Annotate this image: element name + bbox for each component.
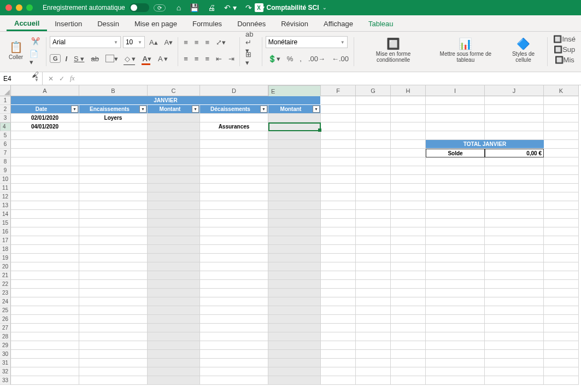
table-header[interactable]: Décaissements▼ <box>200 105 268 114</box>
cell[interactable] <box>79 219 148 227</box>
cell[interactable] <box>321 149 356 157</box>
cell[interactable] <box>11 324 79 332</box>
cell[interactable] <box>391 157 426 166</box>
row-header[interactable]: 4 <box>0 122 11 131</box>
decrease-font-icon[interactable]: A▾ <box>162 37 175 48</box>
cell[interactable] <box>485 280 544 289</box>
col-header-H[interactable]: H <box>391 85 426 96</box>
accept-formula-icon[interactable]: ✓ <box>59 75 64 83</box>
cell[interactable] <box>200 376 268 385</box>
cell[interactable] <box>485 367 544 376</box>
cell[interactable] <box>321 192 356 201</box>
cell[interactable] <box>356 254 391 262</box>
cell[interactable] <box>356 131 391 140</box>
cell[interactable] <box>356 332 391 341</box>
col-header-F[interactable]: F <box>321 85 356 96</box>
row-header[interactable]: 15 <box>0 219 11 227</box>
font-name-select[interactable]: Arial▼ <box>50 36 121 48</box>
cell[interactable] <box>356 122 391 131</box>
cell[interactable] <box>321 219 356 227</box>
cell[interactable] <box>11 367 79 376</box>
cell[interactable] <box>426 289 485 297</box>
cell-styles-button[interactable]: 🔷Styles de cellule <box>502 34 545 67</box>
col-header-J[interactable]: J <box>485 85 544 96</box>
cell[interactable] <box>391 166 426 175</box>
cell[interactable] <box>79 297 148 306</box>
row-header[interactable]: 32 <box>0 367 11 376</box>
row-header[interactable]: 11 <box>0 184 11 192</box>
cell[interactable] <box>426 192 485 201</box>
row-header[interactable]: 17 <box>0 236 11 245</box>
cell[interactable] <box>200 271 268 280</box>
cell[interactable] <box>426 175 485 184</box>
col-header-E[interactable]: E <box>268 85 321 97</box>
row-header[interactable]: 22 <box>0 280 11 289</box>
cell[interactable]: 04/01/2020 <box>11 122 79 131</box>
cell[interactable] <box>544 245 579 254</box>
cell[interactable] <box>391 271 426 280</box>
cell[interactable] <box>200 114 268 122</box>
cell[interactable] <box>321 359 356 367</box>
conditional-formatting-button[interactable]: 🔲Mise en forme conditionnelle <box>357 34 429 67</box>
cell[interactable] <box>268 350 321 359</box>
cell[interactable] <box>544 271 579 280</box>
cell[interactable] <box>148 131 200 140</box>
cell[interactable] <box>200 227 268 236</box>
total-label[interactable]: Solde <box>426 149 485 157</box>
cell[interactable] <box>11 149 79 157</box>
cell[interactable] <box>356 289 391 297</box>
cell[interactable] <box>356 359 391 367</box>
cell[interactable] <box>485 254 544 262</box>
cell[interactable] <box>268 254 321 262</box>
accounting-format-icon[interactable]: 💲▾ <box>266 54 283 64</box>
cell[interactable] <box>485 262 544 271</box>
tab-revision[interactable]: Révision <box>273 16 316 31</box>
cell[interactable] <box>426 280 485 289</box>
cell[interactable] <box>391 289 426 297</box>
cell[interactable] <box>79 254 148 262</box>
font-dialog-icon[interactable]: A ▾ <box>156 54 171 64</box>
table-header[interactable]: Date▼ <box>11 105 79 114</box>
cell[interactable] <box>321 376 356 385</box>
row-header[interactable]: 20 <box>0 262 11 271</box>
filter-icon[interactable]: ▼ <box>139 106 146 113</box>
select-all-corner[interactable] <box>0 85 11 96</box>
cell[interactable] <box>485 297 544 306</box>
cell[interactable] <box>148 289 200 297</box>
cell[interactable] <box>268 280 321 289</box>
cell[interactable] <box>426 306 485 315</box>
increase-decimal-icon[interactable]: .00→ <box>306 54 327 64</box>
cell[interactable] <box>544 262 579 271</box>
cell[interactable] <box>268 201 321 210</box>
cell[interactable] <box>426 367 485 376</box>
cell[interactable] <box>148 201 200 210</box>
cell[interactable] <box>321 201 356 210</box>
cell[interactable] <box>485 131 544 140</box>
cell[interactable] <box>485 359 544 367</box>
cell[interactable] <box>200 306 268 315</box>
cell[interactable] <box>321 166 356 175</box>
decrease-indent-icon[interactable]: ⇤ <box>214 54 224 64</box>
tab-formules[interactable]: Formules <box>185 16 230 31</box>
cell[interactable] <box>485 192 544 201</box>
cell[interactable] <box>426 315 485 324</box>
table-header[interactable]: Encaissements▼ <box>79 105 148 114</box>
cell[interactable] <box>356 262 391 271</box>
cell[interactable] <box>356 157 391 166</box>
cell[interactable] <box>268 157 321 166</box>
cell[interactable] <box>79 122 148 131</box>
cell[interactable] <box>11 201 79 210</box>
cell[interactable] <box>11 297 79 306</box>
cell[interactable] <box>321 122 356 131</box>
table-header[interactable]: Montant▼ <box>268 105 321 114</box>
cell[interactable] <box>11 359 79 367</box>
cell[interactable] <box>356 236 391 245</box>
cancel-formula-icon[interactable]: ✕ <box>48 75 54 83</box>
cell[interactable] <box>200 297 268 306</box>
cell[interactable] <box>544 149 579 157</box>
cell[interactable] <box>426 227 485 236</box>
cell[interactable] <box>148 280 200 289</box>
cell[interactable] <box>426 166 485 175</box>
cell[interactable] <box>321 306 356 315</box>
cell[interactable] <box>268 114 321 122</box>
